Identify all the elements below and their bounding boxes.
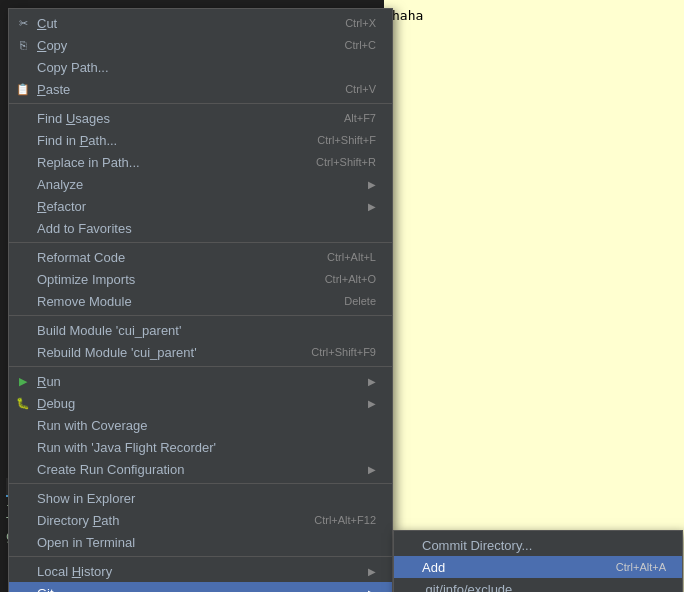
menu-item-find-in-path[interactable]: Find in Path... Ctrl+Shift+F xyxy=(9,129,392,151)
context-menu: ✂ Cut Ctrl+X ⎘ Copy Ctrl+C Copy Path... … xyxy=(8,8,393,592)
menu-item-analyze-label: Analyze xyxy=(37,177,360,192)
menu-item-git[interactable]: Git ▶ xyxy=(9,582,392,592)
menu-item-add-favorites[interactable]: Add to Favorites xyxy=(9,217,392,239)
git-commit-dir[interactable]: Commit Directory... xyxy=(394,534,682,556)
menu-item-replace-shortcut: Ctrl+Shift+R xyxy=(316,156,376,168)
debug-arrow: ▶ xyxy=(368,398,376,409)
debug-icon: 🐛 xyxy=(15,397,31,410)
refactor-arrow: ▶ xyxy=(368,201,376,212)
menu-item-git-label: Git xyxy=(37,586,360,593)
menu-item-dir-shortcut: Ctrl+Alt+F12 xyxy=(314,514,376,526)
menu-item-debug-label: Debug xyxy=(37,396,360,411)
menu-item-optimize-shortcut: Ctrl+Alt+O xyxy=(325,273,376,285)
menu-item-rebuild-label: Rebuild Module 'cui_parent' xyxy=(37,345,291,360)
analyze-arrow: ▶ xyxy=(368,179,376,190)
menu-item-optimize-imports[interactable]: Optimize Imports Ctrl+Alt+O xyxy=(9,268,392,290)
menu-item-create-run[interactable]: Create Run Configuration ▶ xyxy=(9,458,392,480)
menu-item-create-run-label: Create Run Configuration xyxy=(37,462,360,477)
git-add[interactable]: Add Ctrl+Alt+A xyxy=(394,556,682,578)
menu-item-reformat[interactable]: Reformat Code Ctrl+Alt+L xyxy=(9,246,392,268)
sep-6 xyxy=(9,556,392,557)
git-commit-label: Commit Directory... xyxy=(422,538,666,553)
menu-item-open-terminal-label: Open in Terminal xyxy=(37,535,376,550)
menu-item-replace-in-path[interactable]: Replace in Path... Ctrl+Shift+R xyxy=(9,151,392,173)
menu-item-paste[interactable]: 📋 Paste Ctrl+V xyxy=(9,78,392,100)
menu-item-reformat-shortcut: Ctrl+Alt+L xyxy=(327,251,376,263)
editor-text: haha xyxy=(392,8,423,23)
run-icon: ▶ xyxy=(15,375,31,388)
menu-item-cut-label: Cut xyxy=(37,16,325,31)
menu-item-refactor[interactable]: Refactor ▶ xyxy=(9,195,392,217)
menu-item-run-label: Run xyxy=(37,374,360,389)
menu-item-find-in-path-shortcut: Ctrl+Shift+F xyxy=(317,134,376,146)
menu-item-build-label: Build Module 'cui_parent' xyxy=(37,323,376,338)
menu-item-debug[interactable]: 🐛 Debug ▶ xyxy=(9,392,392,414)
menu-item-copy[interactable]: ⎘ Copy Ctrl+C xyxy=(9,34,392,56)
menu-item-analyze[interactable]: Analyze ▶ xyxy=(9,173,392,195)
editor-area: haha xyxy=(384,0,684,592)
menu-item-copy-label: Copy xyxy=(37,38,325,53)
menu-item-find-usages-label: Find Usages xyxy=(37,111,324,126)
history-arrow: ▶ xyxy=(368,566,376,577)
sep-4 xyxy=(9,366,392,367)
menu-item-optimize-label: Optimize Imports xyxy=(37,272,305,287)
menu-item-run[interactable]: ▶ Run ▶ xyxy=(9,370,392,392)
menu-item-cut-shortcut: Ctrl+X xyxy=(345,17,376,29)
menu-item-run-coverage[interactable]: Run with Coverage xyxy=(9,414,392,436)
menu-item-open-terminal[interactable]: Open in Terminal xyxy=(9,531,392,553)
menu-item-jfr-label: Run with 'Java Flight Recorder' xyxy=(37,440,376,455)
menu-item-find-usages-shortcut: Alt+F7 xyxy=(344,112,376,124)
menu-item-local-history-label: Local History xyxy=(37,564,360,579)
menu-item-add-favorites-label: Add to Favorites xyxy=(37,221,376,236)
git-info-label: .git/info/exclude xyxy=(422,582,666,593)
sep-2 xyxy=(9,242,392,243)
menu-item-coverage-label: Run with Coverage xyxy=(37,418,376,433)
menu-item-rebuild-shortcut: Ctrl+Shift+F9 xyxy=(311,346,376,358)
sep-5 xyxy=(9,483,392,484)
menu-item-rebuild-module[interactable]: Rebuild Module 'cui_parent' Ctrl+Shift+F… xyxy=(9,341,392,363)
menu-item-dir-path-label: Directory Path xyxy=(37,513,294,528)
sep-3 xyxy=(9,315,392,316)
git-add-shortcut: Ctrl+Alt+A xyxy=(616,561,666,573)
menu-item-remove-module[interactable]: Remove Module Delete xyxy=(9,290,392,312)
menu-item-show-explorer-label: Show in Explorer xyxy=(37,491,376,506)
git-info-exclude[interactable]: .git/info/exclude xyxy=(394,578,682,592)
create-run-arrow: ▶ xyxy=(368,464,376,475)
menu-item-remove-module-label: Remove Module xyxy=(37,294,324,309)
menu-item-local-history[interactable]: Local History ▶ xyxy=(9,560,392,582)
sep-1 xyxy=(9,103,392,104)
menu-item-copy-path-label: Copy Path... xyxy=(37,60,376,75)
menu-item-copy-path[interactable]: Copy Path... xyxy=(9,56,392,78)
menu-item-find-in-path-label: Find in Path... xyxy=(37,133,297,148)
menu-item-show-explorer[interactable]: Show in Explorer xyxy=(9,487,392,509)
menu-item-build-module[interactable]: Build Module 'cui_parent' xyxy=(9,319,392,341)
menu-item-refactor-label: Refactor xyxy=(37,199,360,214)
git-arrow: ▶ xyxy=(368,588,376,593)
menu-item-paste-label: Paste xyxy=(37,82,325,97)
git-submenu: Commit Directory... Add Ctrl+Alt+A .git/… xyxy=(393,530,683,592)
paste-icon: 📋 xyxy=(15,83,31,96)
copy-icon: ⎘ xyxy=(15,39,31,51)
menu-item-remove-shortcut: Delete xyxy=(344,295,376,307)
menu-item-find-usages[interactable]: Find Usages Alt+F7 xyxy=(9,107,392,129)
menu-item-copy-shortcut: Ctrl+C xyxy=(345,39,376,51)
menu-item-cut[interactable]: ✂ Cut Ctrl+X xyxy=(9,12,392,34)
menu-item-replace-label: Replace in Path... xyxy=(37,155,296,170)
menu-item-java-flight[interactable]: Run with 'Java Flight Recorder' xyxy=(9,436,392,458)
git-add-label: Add xyxy=(422,560,596,575)
menu-item-paste-shortcut: Ctrl+V xyxy=(345,83,376,95)
menu-item-dir-path[interactable]: Directory Path Ctrl+Alt+F12 xyxy=(9,509,392,531)
menu-item-reformat-label: Reformat Code xyxy=(37,250,307,265)
cut-icon: ✂ xyxy=(15,17,31,30)
run-arrow: ▶ xyxy=(368,376,376,387)
